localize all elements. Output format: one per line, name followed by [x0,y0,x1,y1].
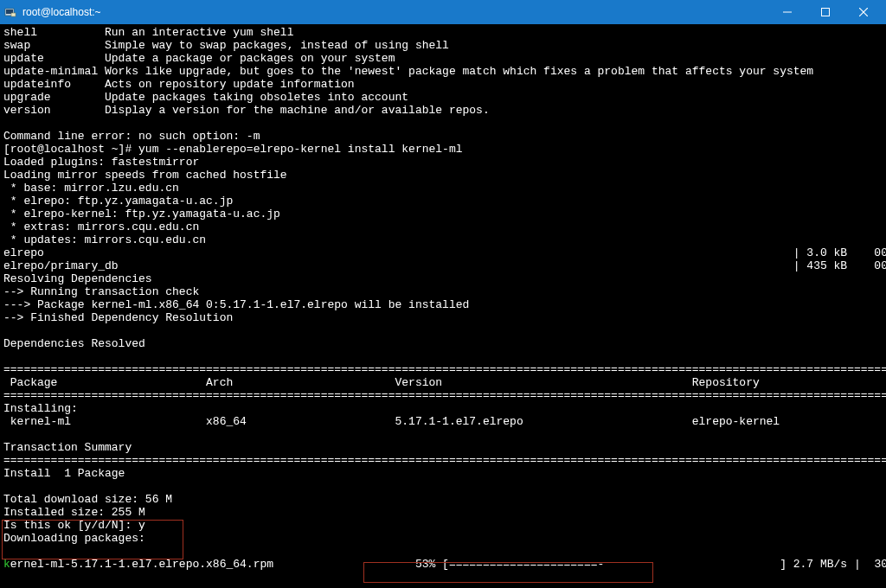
terminal-line [3,545,883,558]
terminal-viewport[interactable]: shell Run an interactive yum shellswap S… [0,24,886,572]
terminal-line: kernel-ml-5.17.1-1.el7.elrepo.x86_64.rpm… [3,558,883,571]
terminal-line: upgrade Update packages taking obsoletes… [3,91,883,104]
terminal-line: Installing: [3,402,883,415]
terminal-line: ========================================… [3,454,883,467]
terminal-line: elrepo | 3.0 kB 00:00:00 [3,246,883,259]
terminal-line: Loaded plugins: fastestmirror [3,156,883,169]
terminal-line: * extras: mirrors.cqu.edu.cn [3,220,883,233]
svg-rect-2 [11,13,16,16]
terminal-line: elrepo/primary_db | 435 kB 00:00:00 [3,259,883,272]
terminal-line: Downloading packages: [3,532,883,545]
terminal-line: Package Arch Version Repository Size [3,376,883,389]
terminal-line: Is this ok [y/d/N]: y [3,519,883,532]
terminal-line: [root@localhost ~]# yum --enablerepo=elr… [3,143,883,156]
window-titlebar: root@localhost:~ [0,0,886,24]
terminal-line [3,350,883,363]
terminal-line: * elrepo: ftp.yz.yamagata-u.ac.jp [3,195,883,208]
terminal-line: Loading mirror speeds from cached hostfi… [3,169,883,182]
window-title: root@localhost:~ [22,6,768,18]
terminal-line: ========================================… [3,389,883,402]
putty-icon [3,5,17,19]
terminal-line: --> Running transaction check [3,285,883,298]
terminal-line: * elrepo-kernel: ftp.yz.yamagata-u.ac.jp [3,208,883,220]
terminal-line: Dependencies Resolved [3,337,883,350]
close-button[interactable] [844,0,883,24]
window-controls [768,0,883,24]
maximize-button[interactable] [806,0,844,24]
terminal-line: update Update a package or packages on y… [3,52,883,65]
terminal-line: kernel-ml x86_64 5.17.1-1.el7.elrepo elr… [3,415,883,428]
terminal-line [3,324,883,337]
terminal-line: Install 1 Package [3,467,883,480]
terminal-line [3,117,883,130]
terminal-line: Command line error: no such option: -m [3,130,883,143]
svg-rect-4 [822,9,830,16]
terminal-line: Total download size: 56 M [3,493,883,506]
terminal-line: version Display a version for the machin… [3,104,883,117]
terminal-line: * updates: mirrors.cqu.edu.cn [3,233,883,246]
terminal-line [3,428,883,441]
terminal-line: --> Finished Dependency Resolution [3,311,883,324]
terminal-line: update-minimal Works like upgrade, but g… [3,65,883,78]
terminal-line: shell Run an interactive yum shell [3,26,883,39]
terminal-line: Transaction Summary [3,441,883,454]
terminal-line: updateinfo Acts on repository update inf… [3,78,883,91]
terminal-line: ---> Package kernel-ml.x86_64 0:5.17.1-1… [3,298,883,311]
terminal-line [3,480,883,493]
terminal-line: Resolving Dependencies [3,272,883,285]
minimize-button[interactable] [768,0,806,24]
terminal-line: swap Simple way to swap packages, instea… [3,39,883,52]
terminal-line: * base: mirror.lzu.edu.cn [3,182,883,195]
terminal-line: ========================================… [3,363,883,376]
terminal-line: Installed size: 255 M [3,506,883,519]
